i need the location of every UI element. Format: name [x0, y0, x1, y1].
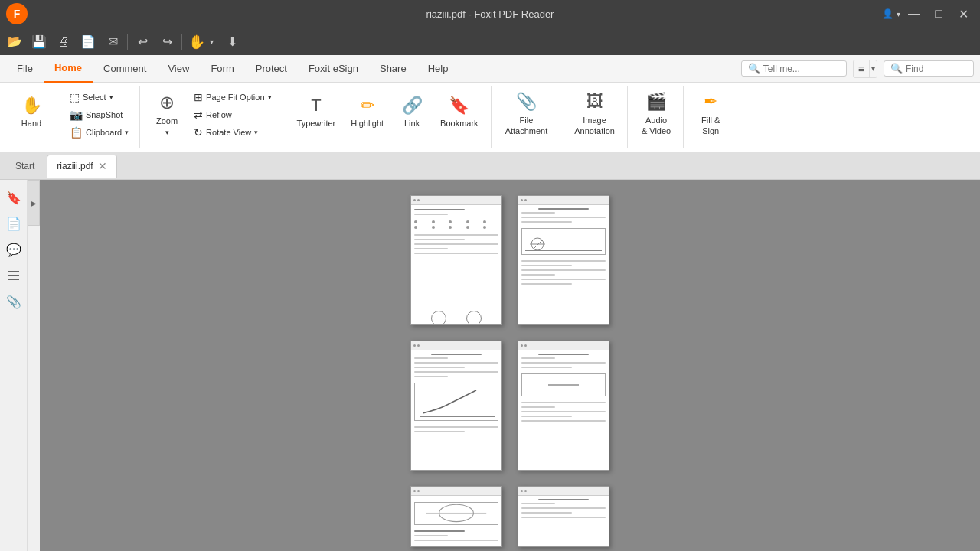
snapshot-button[interactable]: 📷 SnapShot — [65, 106, 133, 123]
tab-share[interactable]: Share — [369, 55, 417, 83]
sidebar-collapse-arrow[interactable]: ▶ — [28, 180, 40, 226]
clipboard-button[interactable]: 📋 Clipboard ▾ — [65, 124, 133, 141]
view-layout-options: ≡ ▾ — [853, 60, 877, 78]
file-attachment-button[interactable]: 📎 FileAttachment — [499, 89, 554, 140]
find-box[interactable]: 🔍 — [884, 60, 974, 77]
quick-access-toolbar: 📂 💾 🖨 📄 ✉ ↩ ↪ ✋ ▾ ⬇ — [0, 28, 980, 55]
title-bar-left: F — [6, 3, 28, 24]
start-tab-label: Start — [15, 161, 34, 171]
title-bar: F riaziii.pdf - Foxit PDF Reader 👤 ▾ — □… — [0, 0, 980, 28]
bookmark-button[interactable]: 🔖 Bookmark — [434, 89, 485, 135]
reflow-button[interactable]: ⇄ Reflow — [189, 106, 276, 123]
highlight-icon: ✏ — [361, 96, 374, 116]
fill-sign-label: Fill &Sign — [701, 115, 720, 137]
page-fit-chevron-icon: ▾ — [268, 93, 272, 101]
page-fit-label: Page Fit Option — [206, 93, 264, 102]
print-button[interactable]: 🖨 — [52, 31, 75, 54]
minimize-button[interactable]: — — [903, 3, 925, 24]
snapshot-icon: 📷 — [70, 109, 83, 121]
link-icon: 🔗 — [402, 96, 423, 116]
tab-protect[interactable]: Protect — [245, 55, 298, 83]
document-tab-bar: Start riaziii.pdf ✕ — [0, 152, 980, 180]
sidebar-item-attachments[interactable]: 📎 — [2, 290, 25, 313]
sidebar-item-pages[interactable]: 📄 — [2, 212, 25, 235]
hand-chevron-icon: ▾ — [210, 37, 214, 46]
ribbon-tab-bar: File Home Comment View Form Protect Foxi… — [0, 55, 980, 83]
pages-grid — [410, 195, 609, 551]
hand-tool-quick-button[interactable]: ✋ — [185, 31, 208, 54]
page-thumbnail-6[interactable] — [518, 486, 609, 547]
sidebar-item-layers[interactable] — [2, 264, 25, 287]
annotation-button[interactable]: ⬇ — [220, 31, 243, 54]
image-annotation-label: ImageAnnotation — [574, 115, 615, 137]
page-fit-button[interactable]: ⊞ Page Fit Option ▾ — [189, 89, 276, 106]
tab-home[interactable]: Home — [44, 55, 93, 83]
document-tab[interactable]: riaziii.pdf ✕ — [47, 155, 116, 178]
zoom-small-buttons: ⊞ Page Fit Option ▾ ⇄ Reflow ↻ Rotate Vi… — [189, 89, 276, 141]
tab-form[interactable]: Form — [200, 55, 244, 83]
hand-tool-button[interactable]: ✋ Hand — [12, 89, 51, 135]
sidebar-item-comments[interactable]: 💬 — [2, 238, 25, 261]
left-sidebar: 🔖 📄 💬 📎 🔒 — [0, 180, 28, 551]
maximize-button[interactable]: □ — [928, 3, 949, 24]
pdf-viewer[interactable] — [40, 180, 980, 551]
redo-button[interactable]: ↪ — [155, 31, 178, 54]
tell-me-input[interactable] — [763, 64, 840, 74]
tell-me-box[interactable]: 🔍 — [741, 60, 847, 77]
tab-comment[interactable]: Comment — [93, 55, 157, 83]
tab-help[interactable]: Help — [417, 55, 459, 83]
title-bar-controls: 👤 ▾ — □ ✕ — [882, 3, 974, 24]
close-tab-button[interactable]: ✕ — [98, 160, 107, 172]
svg-rect-2 — [8, 279, 19, 280]
ribbon-group-select: ⬚ Select ▾ 📷 SnapShot 📋 Clipboard ▾ — [59, 86, 140, 148]
page-thumbnail-2[interactable] — [518, 195, 609, 325]
save-button[interactable]: 💾 — [28, 31, 51, 54]
ribbon: File Home Comment View Form Protect Foxi… — [0, 55, 980, 152]
select-button[interactable]: ⬚ Select ▾ — [65, 89, 133, 106]
page-thumbnail-5[interactable] — [410, 486, 502, 547]
svg-rect-0 — [8, 271, 19, 272]
highlight-button[interactable]: ✏ Highlight — [345, 89, 390, 135]
page-fit-icon: ⊞ — [194, 91, 203, 103]
typewriter-button[interactable]: T Typewriter — [291, 89, 342, 135]
toolbar-separator-2 — [181, 34, 182, 50]
tab-view[interactable]: View — [157, 55, 200, 83]
rotate-view-icon: ↻ — [194, 126, 203, 139]
user-icon: 👤 — [882, 8, 893, 19]
fill-sign-button[interactable]: ✒ Fill &Sign — [691, 89, 730, 140]
user-account-area[interactable]: 👤 ▾ — [882, 8, 900, 19]
new-button[interactable]: 📄 — [77, 31, 100, 54]
email-button[interactable]: ✉ — [101, 31, 124, 54]
find-input[interactable] — [906, 64, 967, 74]
undo-button[interactable]: ↩ — [131, 31, 154, 54]
file-attachment-icon: 📎 — [516, 92, 537, 112]
audio-video-label: Audio& Video — [642, 115, 671, 137]
toolbar-separator-3 — [217, 34, 217, 50]
sidebar-item-bookmarks[interactable]: 🔖 — [2, 186, 25, 209]
link-button[interactable]: 🔗 Link — [393, 89, 431, 135]
image-annotation-button[interactable]: 🖼 ImageAnnotation — [568, 89, 621, 140]
rotate-view-button[interactable]: ↻ Rotate View ▾ — [189, 124, 276, 141]
hand-group-content: ✋ Hand — [12, 86, 51, 148]
close-button[interactable]: ✕ — [952, 3, 974, 24]
image-annotation-icon: 🖼 — [586, 92, 603, 112]
typewriter-icon: T — [311, 96, 321, 116]
search-icon: 🔍 — [748, 63, 760, 74]
start-tab[interactable]: Start — [6, 155, 44, 178]
select-icon: ⬚ — [70, 91, 80, 103]
audio-video-button[interactable]: 🎬 Audio& Video — [635, 89, 677, 140]
page-thumbnail-1[interactable] — [410, 195, 502, 325]
rotate-chevron-icon: ▾ — [254, 129, 258, 136]
tab-foxit-esign[interactable]: Foxit eSign — [298, 55, 369, 83]
single-page-view-button[interactable]: ≡ — [854, 60, 870, 77]
page-thumbnail-4[interactable] — [518, 341, 609, 471]
zoom-button[interactable]: ⊕ Zoom ▾ — [148, 89, 186, 139]
open-button[interactable]: 📂 — [3, 31, 26, 54]
ribbon-group-zoom: ⊕ Zoom ▾ ⊞ Page Fit Option ▾ ⇄ Reflow — [142, 86, 283, 148]
page-thumbnail-3[interactable] — [410, 341, 502, 471]
ribbon-content: ✋ Hand ⬚ Select ▾ 📷 SnapShot — [0, 83, 980, 152]
tab-file[interactable]: File — [6, 55, 44, 83]
ribbon-group-file-attachment: 📎 FileAttachment — [493, 86, 561, 148]
select-small-buttons: ⬚ Select ▾ 📷 SnapShot 📋 Clipboard ▾ — [65, 89, 133, 141]
audio-video-icon: 🎬 — [646, 92, 667, 112]
